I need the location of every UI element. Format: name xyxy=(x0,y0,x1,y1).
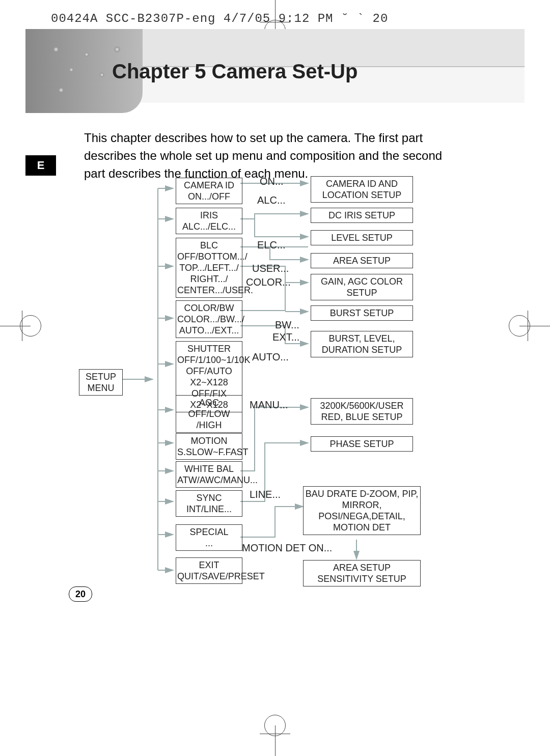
flow-burst-lvl: BURST, LEVEL,DURATION SETUP xyxy=(311,331,413,357)
label-manu: MANU... xyxy=(250,399,288,411)
label-elc: ELC... xyxy=(257,239,286,251)
label-ext: EXT... xyxy=(272,331,299,343)
flow-camera-id: CAMERA IDON.../OFF xyxy=(176,178,242,204)
flow-special-big: BAU DRATE D-ZOOM, PIP,MIRROR,POSI/NEGA,D… xyxy=(303,486,421,535)
document-slug: 00424A SCC-B2307P-eng 4/7/05 9:12 PM ˘ `… xyxy=(51,12,388,25)
label-bw: BW... xyxy=(275,319,299,331)
chapter-title: Chapter 5 Camera Set-Up xyxy=(112,60,358,83)
flow-area: AREA SETUP xyxy=(311,253,413,268)
label-on: ON... xyxy=(260,176,284,187)
label-user: USER... xyxy=(252,263,289,274)
label-line: LINE... xyxy=(250,489,281,500)
chapter-intro-paragraph: This chapter describes how to set up the… xyxy=(84,129,461,182)
flow-special: SPECIAL... xyxy=(176,524,242,551)
flow-motion-area: AREA SETUPSENSITIVITY SETUP xyxy=(303,560,421,586)
flow-blc: BLCOFF/BOTTOM.../TOP.../LEFT.../RIGHT...… xyxy=(176,238,242,298)
flow-motion: MOTIONS.SLOW~F.FAST xyxy=(176,433,242,460)
flow-sync: SYNCINT/LINE... xyxy=(176,490,242,517)
flow-color-bw: COLOR/BWCOLOR.../BW.../AUTO.../EXT... xyxy=(176,300,242,338)
label-motion-det-on: MOTION DET ON... xyxy=(242,542,332,554)
label-auto: AUTO... xyxy=(252,351,289,363)
flow-exit: EXITQUIT/SAVE/PRESET xyxy=(176,557,242,584)
flow-white-bal: WHITE BALATW/AWC/MANU... xyxy=(176,461,242,488)
page-number: 20 xyxy=(69,586,92,602)
label-color: COLOR... xyxy=(246,276,291,288)
label-alc: ALC... xyxy=(257,194,286,206)
language-tab: E xyxy=(25,155,56,176)
flow-root: SETUPMENU xyxy=(79,369,123,396)
flow-agc: AGCOFF/LOW/HIGH xyxy=(176,395,242,433)
flow-dc-iris: DC IRIS SETUP xyxy=(311,208,413,223)
flow-gain-agc: GAIN, AGC COLORSETUP xyxy=(311,274,413,300)
flow-iris: IRISALC.../ELC... xyxy=(176,208,242,234)
flow-burst: BURST SETUP xyxy=(311,305,413,321)
flow-phase: PHASE SETUP xyxy=(311,436,413,452)
flow-wb-user: 3200K/5600K/USERRED, BLUE SETUP xyxy=(311,398,413,425)
flow-level: LEVEL SETUP xyxy=(311,230,413,245)
flow-camera-id-loc: CAMERA ID ANDLOCATION SETUP xyxy=(311,176,413,203)
